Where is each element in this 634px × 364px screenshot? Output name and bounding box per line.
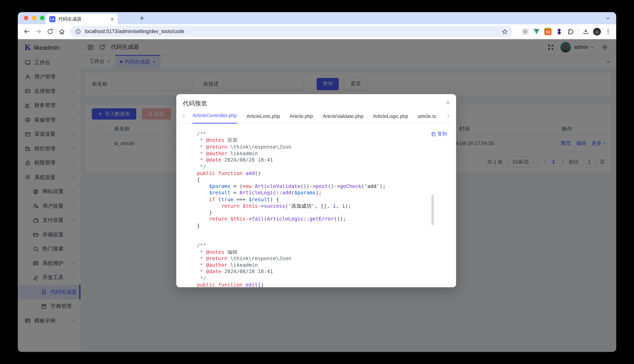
bookmark-star-icon[interactable] <box>502 28 508 34</box>
code-line <box>197 229 440 236</box>
browser-tab[interactable]: LA 代码生成器 <box>46 14 118 24</box>
screenshot-stage: LA 代码生成器 localhost:5173/admin/setting/de… <box>0 0 634 364</box>
browser-tab-strip: LA 代码生成器 <box>18 12 616 24</box>
file-tab-ArticleValidate.php[interactable]: ArticleValidate.php <box>322 114 363 124</box>
browser-window: LA 代码生成器 localhost:5173/admin/setting/de… <box>18 12 616 352</box>
code-line: * @return \think\response\Json <box>197 144 440 150</box>
code-line: /** <box>197 130 440 137</box>
url-bar[interactable]: localhost:5173/admin/setting/dev_tools/c… <box>70 26 513 37</box>
site-info-icon[interactable] <box>75 29 81 34</box>
code-line: * @author likeadmin <box>197 150 440 157</box>
tabs-scroll-left-icon[interactable] <box>182 114 186 118</box>
copy-label: 复制 <box>438 130 447 138</box>
code-line: { <box>197 176 440 183</box>
file-tab-ArticleLists.php[interactable]: ArticleLists.php <box>246 114 280 124</box>
extension-diamond-icon[interactable] <box>556 28 563 35</box>
home-icon[interactable] <box>59 28 65 34</box>
code-line: */ <box>197 163 440 170</box>
reload-icon[interactable] <box>47 28 53 34</box>
code-scrollbar-thumb[interactable] <box>431 195 434 226</box>
dialog-close-icon[interactable] <box>446 100 450 105</box>
minimize-window-button[interactable] <box>32 16 36 20</box>
copy-button[interactable]: 复制 <box>431 130 447 138</box>
code-line: */ <box>197 275 440 282</box>
code-view[interactable]: 复制 /** * @notes 添加 * @return \think\resp… <box>176 127 456 287</box>
code-line: $result = ArticleLogic::add($params); <box>197 190 440 196</box>
code-line: * @return \think\response\Json <box>197 255 440 262</box>
file-tab-Article.php[interactable]: Article.php <box>290 114 313 124</box>
sq-extension-label: SQ <box>546 30 550 34</box>
maximize-window-button[interactable] <box>40 16 44 20</box>
sq-extension-icon[interactable]: SQ <box>544 28 552 35</box>
file-tab-ArticleController.php[interactable]: ArticleController.php <box>192 113 237 124</box>
tabs-scroll-right-icon[interactable] <box>446 114 450 118</box>
code-lines: /** * @notes 添加 * @return \think\respons… <box>197 130 440 287</box>
code-line: public function add() <box>197 170 440 176</box>
browser-profile-avatar[interactable] <box>593 28 601 35</box>
react-devtools-icon[interactable] <box>522 28 529 35</box>
code-line: return $this->fail(ArticleLogic::getErro… <box>197 216 440 222</box>
tab-search-chevron-icon[interactable] <box>606 16 610 20</box>
code-line: * @date 2024/08/28 18:41 <box>197 268 440 275</box>
toolbar-separator <box>578 28 578 34</box>
page-viewport: K likeadmin 工作台用户管理应用管理财务管理装修管理渠道设置组织管理权… <box>18 39 616 352</box>
file-tab-ArticleLogic.php[interactable]: ArticleLogic.php <box>373 114 408 124</box>
tab-close-icon[interactable] <box>110 17 114 21</box>
dialog-title: 代码预览 <box>176 94 456 108</box>
code-line: * @author likeadmin <box>197 262 440 268</box>
code-line <box>197 236 440 242</box>
tab-favicon: LA <box>49 16 56 22</box>
copy-icon <box>431 132 436 136</box>
downloads-icon[interactable] <box>583 28 589 34</box>
back-icon[interactable] <box>24 28 30 34</box>
browser-toolbar: localhost:5173/admin/setting/dev_tools/c… <box>18 24 616 39</box>
close-window-button[interactable] <box>24 16 28 20</box>
code-line: public function edit() <box>197 282 440 287</box>
code-line: * @notes 添加 <box>197 137 440 144</box>
file-tabs: ArticleController.phpArticleLists.phpArt… <box>180 113 452 124</box>
file-tab-article.ts[interactable]: article.ts <box>418 114 436 124</box>
code-line: * @notes 编辑 <box>197 248 440 255</box>
code-line: $params = (new ArticleValidate())->post(… <box>197 183 440 190</box>
forward-icon[interactable] <box>35 28 42 34</box>
code-line: } <box>197 222 440 229</box>
code-line: } <box>197 209 440 216</box>
code-line: * @date 2024/08/28 18:41 <box>197 157 440 163</box>
tab-title: 代码生成器 <box>58 16 110 22</box>
code-line: return $this->success('添加成功', [], 1, 1); <box>197 203 440 209</box>
window-controls <box>24 16 44 20</box>
browser-menu-dots-icon[interactable] <box>605 28 611 34</box>
code-preview-dialog: 代码预览 ArticleController.phpArticleLists.p… <box>176 94 456 287</box>
code-line: if (true === $result) { <box>197 196 440 203</box>
vue-devtools-icon[interactable] <box>533 28 540 35</box>
extensions-puzzle-icon[interactable] <box>567 28 574 35</box>
code-line: /** <box>197 242 440 248</box>
url-text[interactable]: localhost:5173/admin/setting/dev_tools/c… <box>85 29 502 34</box>
new-tab-button[interactable] <box>139 15 145 21</box>
